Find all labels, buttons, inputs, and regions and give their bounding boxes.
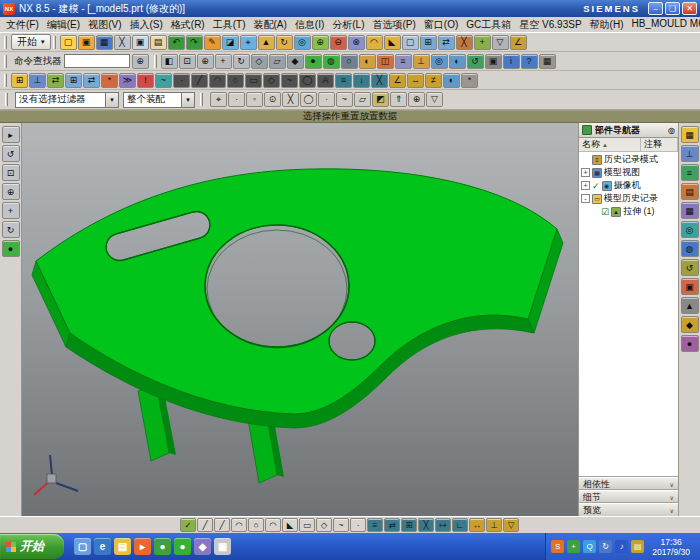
pan-view-icon[interactable]: + [2,202,20,219]
project-curve-icon[interactable]: ↓ [353,73,370,88]
menu-item[interactable]: 星空 V6.93SP [515,18,585,32]
geometric-constraint-icon[interactable]: ⊥ [486,518,502,532]
datum-csys-icon[interactable]: ⌖ [240,35,257,50]
hd3d-tools-icon[interactable]: ◎ [681,221,699,238]
large-hole-rim[interactable] [205,225,349,347]
section-preview[interactable]: 预览 ∨ [579,503,678,516]
offset-icon[interactable]: ≡ [367,518,383,532]
menu-item[interactable]: 分析(L) [328,18,368,32]
system-materials-icon[interactable]: ◆ [681,316,699,333]
rotate-view-icon[interactable]: ↻ [2,221,20,238]
history-palette-icon[interactable]: ↺ [681,259,699,276]
roles-icon[interactable]: ● [681,335,699,352]
section-dependencies[interactable]: 相依性 ∨ [579,477,678,490]
measure-distance-icon[interactable]: ∠ [510,35,527,50]
menu-item[interactable]: HB_MOULD M6.T [627,18,700,32]
menu-item[interactable]: 首选项(P) [369,18,420,32]
text-tool-icon[interactable]: A [317,73,334,88]
taskbar-clock[interactable]: 17:36 2017/9/30 [647,537,695,557]
messenger-icon[interactable]: ● [174,538,191,555]
safety-center-icon[interactable]: + [567,540,580,553]
green-app-icon[interactable]: ● [154,538,171,555]
toolbar-grip[interactable] [4,74,7,87]
expand-toggle-icon[interactable]: + [581,168,590,177]
snap-midpoint-icon[interactable]: ◦ [246,92,263,107]
start-menu-button[interactable]: 开始 ▾ [11,34,51,50]
graphics-viewport[interactable] [22,123,578,516]
snap-quadrant-icon[interactable]: ◯ [300,92,317,107]
command-finder-input[interactable] [64,54,130,68]
sketch-icon[interactable]: ✎ [204,35,221,50]
part-navigator-icon[interactable]: ≡ [681,164,699,181]
expand-toggle-icon[interactable]: - [581,194,590,203]
highlight-toggle-icon[interactable]: ◩ [372,92,389,107]
assembly-navigator-icon[interactable]: ▦ [681,126,699,143]
offset-curve-icon[interactable]: ≡ [335,73,352,88]
column-name-header[interactable]: 名称 ▲ [579,138,641,151]
add-component-icon[interactable]: ⊞ [11,73,28,88]
fillet-icon[interactable]: ◠ [265,518,281,532]
checkbox-icon[interactable]: ✓ [592,181,600,191]
selection-scope-dropdown[interactable]: 整个装配 ▼ [123,92,195,108]
spline-tool-icon[interactable]: ~ [281,73,298,88]
polygon-icon[interactable]: ◇ [316,518,332,532]
model-top-face[interactable] [36,169,557,414]
cut-icon[interactable]: ╳ [114,35,131,50]
tree-row[interactable]: ≡历史记录模式 [579,153,678,166]
chamfer-icon[interactable]: ◣ [282,518,298,532]
wcs-dynamics-icon[interactable]: ⊥ [413,54,430,69]
manufacturing-wizard-icon[interactable]: ▲ [681,297,699,314]
show-hide-icon[interactable]: ◎ [431,54,448,69]
new-icon[interactable]: ▢ [60,35,77,50]
rectangle-icon[interactable]: ▭ [299,518,315,532]
menu-item[interactable]: 工具(T) [209,18,250,32]
show-constraints-icon[interactable]: ▽ [503,518,519,532]
media-player-icon[interactable]: ▸ [134,538,151,555]
tree-row[interactable]: -▭模型历史记录 [579,192,678,205]
volume-icon[interactable]: ♪ [615,540,628,553]
toolbar-grip[interactable] [154,55,157,68]
menu-item[interactable]: 窗口(O) [420,18,462,32]
chamfer-icon[interactable]: ◣ [384,35,401,50]
refresh-view-icon[interactable]: ↺ [2,145,20,162]
edit-display-icon[interactable]: ◐ [443,73,460,88]
dimension-icon[interactable]: ↔ [469,518,485,532]
studio-spline-icon[interactable]: ~ [333,518,349,532]
line-tool-icon[interactable]: ╱ [191,73,208,88]
qq-icon[interactable]: Q [583,540,596,553]
mirror-assembly-icon[interactable]: ⇄ [83,73,100,88]
copy-icon[interactable]: ▣ [132,35,149,50]
ellipse-tool-icon[interactable]: ◯ [299,73,316,88]
update-icon[interactable]: ↻ [599,540,612,553]
point-on-face-icon[interactable]: ▱ [354,92,371,107]
interference-check-icon[interactable]: ! [137,73,154,88]
snap-endpoint-icon[interactable]: ∙ [228,92,245,107]
menu-item[interactable]: 文件(F) [2,18,43,32]
menu-item[interactable]: 装配(A) [249,18,290,32]
menu-item[interactable]: GC工具箱 [462,18,515,32]
open-icon[interactable]: ▣ [78,35,95,50]
part-navigator-header[interactable]: 部件导航器 ◎ [579,123,678,138]
wireframe-icon[interactable]: ○ [341,54,358,69]
reuse-library-icon[interactable]: ▤ [681,183,699,200]
toolbar-grip[interactable] [4,36,7,49]
help-icon[interactable]: ? [521,54,538,69]
snap-point-icon[interactable]: ⌖ [210,92,227,107]
quick-extend-icon[interactable]: ↦ [435,518,451,532]
rectangle-tool-icon[interactable]: ▭ [245,73,262,88]
network-icon[interactable]: ▤ [631,540,644,553]
menu-item[interactable]: 帮助(H) [586,18,628,32]
shell-icon[interactable]: ▢ [402,35,419,50]
sketch-arc-icon[interactable]: ◠ [231,518,247,532]
menu-item[interactable]: 插入(S) [125,18,166,32]
process-studio-icon[interactable]: ▣ [681,278,699,295]
rotate-view-icon[interactable]: ↻ [233,54,250,69]
studio-render-icon[interactable]: ◐ [359,54,376,69]
hole-icon[interactable]: ◎ [294,35,311,50]
small-hole-rim[interactable] [329,322,375,360]
move-component-icon[interactable]: ⇄ [47,73,64,88]
deviation-gauge-icon[interactable]: ≠ [425,73,442,88]
refresh-view-icon[interactable]: ↺ [467,54,484,69]
menu-item[interactable]: 视图(V) [84,18,125,32]
maximize-button[interactable]: ❑ [665,2,680,15]
